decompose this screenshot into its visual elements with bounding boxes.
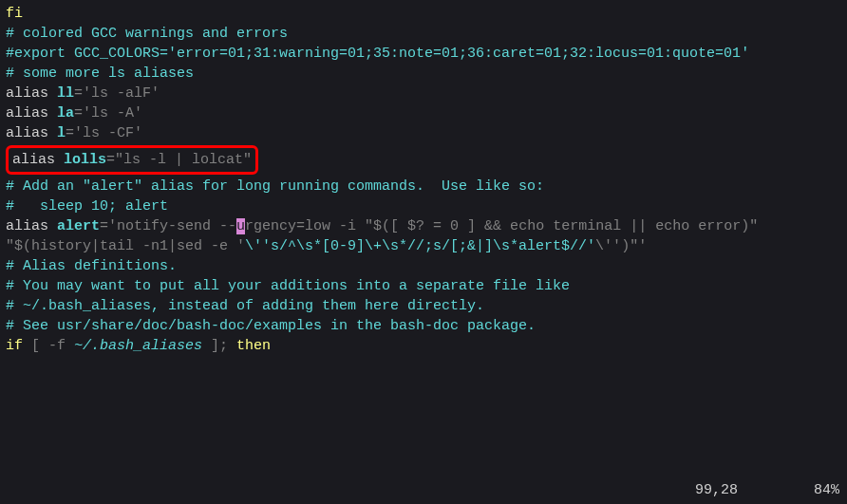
cursor-position: 99,28 [695, 480, 738, 500]
alias-keyword: alias [6, 105, 48, 121]
alias-alert-line1: alias alert='notify-send --urgency=low -… [6, 216, 841, 236]
alias-name: l [48, 125, 66, 141]
string-part: \'' [595, 238, 621, 254]
alias-value: ='ls -CF' [66, 125, 142, 141]
alias-name: la [48, 105, 74, 121]
comment: #export GCC_COLORS='error=01;31:warning=… [6, 44, 841, 64]
alias-value: ='ls -alF' [74, 85, 160, 102]
comment: # Alias definitions. [6, 256, 841, 276]
alias-keyword: alias [12, 152, 55, 168]
alias-name: alert [48, 218, 100, 234]
highlight-box: alias lolls="ls -l | lolcat" [6, 145, 258, 175]
alias-keyword: alias [6, 125, 48, 141]
string-part: "$(history|tail -n1|sed -e ' [6, 238, 245, 254]
alias-alert-line2: "$(history|tail -n1|sed -e '\''s/^\s*[0-… [6, 236, 841, 256]
alias-value: rgency=low -i "$([ $? = 0 ] && echo term… [245, 218, 766, 234]
if-end: ]; [202, 338, 236, 354]
scroll-percent: 84% [814, 480, 839, 500]
alias-line: alias l='ls -CF' [6, 123, 841, 143]
highlighted-alias: alias lolls="ls -l | lolcat" [6, 143, 841, 177]
comment: # See usr/share/doc/bash-doc/examples in… [6, 316, 841, 336]
status-bar: 99,28 84% [695, 480, 839, 500]
alias-name: ll [48, 85, 74, 102]
cursor: u [236, 218, 245, 234]
comment: # some more ls aliases [6, 64, 841, 84]
comment: # colored GCC warnings and errors [6, 24, 841, 44]
string-part: \''s/^\s*[0-9]\+\s*//;s/[;&|]\s*alert$//… [245, 238, 595, 254]
alias-value: ='notify-send -- [100, 218, 236, 234]
if-line: if [ -f ~/.bash_aliases ]; then [6, 336, 841, 356]
comment: # sleep 10; alert [6, 196, 841, 216]
comment: # Add an "alert" alias for long running … [6, 177, 841, 196]
keyword-fi: fi [6, 6, 23, 22]
editor-content[interactable]: fi # colored GCC warnings and errors #ex… [6, 4, 841, 356]
alias-keyword: alias [6, 218, 48, 234]
alias-line: alias la='ls -A' [6, 103, 841, 123]
alias-line: alias ll='ls -alF' [6, 84, 841, 103]
comment: # You may want to put all your additions… [6, 276, 841, 296]
alias-value: ="ls -l | lolcat" [106, 152, 252, 168]
alias-name: lolls [55, 152, 106, 168]
comment: # ~/.bash_aliases, instead of adding the… [6, 296, 841, 316]
string-part: )"' [621, 238, 647, 254]
keyword-if: if [6, 338, 23, 354]
path: ~/.bash_aliases [74, 338, 202, 354]
alias-value: ='ls -A' [74, 105, 142, 121]
keyword-then: then [236, 338, 271, 354]
alias-keyword: alias [6, 85, 48, 102]
if-test: [ -f [23, 338, 74, 354]
